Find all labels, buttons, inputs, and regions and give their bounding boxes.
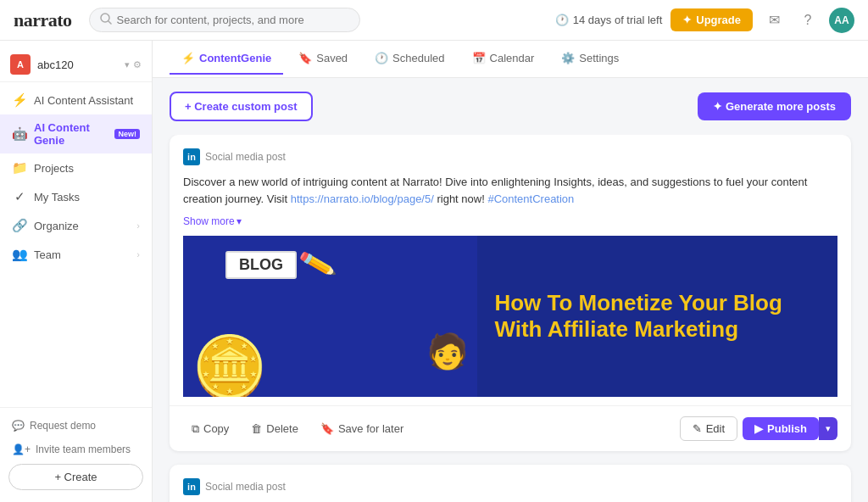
post-link-1[interactable]: https://narrato.io/blog/page/5/ <box>291 192 434 205</box>
blog-label: BLOG <box>225 251 297 279</box>
post-card-2: in Social media post Looking to boost yo… <box>170 465 851 502</box>
content-header: + Create custom post ✦ Generate more pos… <box>153 78 868 135</box>
help-icon: ? <box>804 13 812 28</box>
trash-icon: 🗑 <box>251 422 262 435</box>
tab-content-genie[interactable]: ⚡ ContentGenie <box>170 43 283 75</box>
person-icon: 🧑 <box>426 332 469 371</box>
invite-team-link[interactable]: 👤+ Invite team members <box>8 440 143 459</box>
generate-more-posts-button[interactable]: ✦ Generate more posts <box>698 92 851 120</box>
robot-icon: 🤖 <box>12 126 27 142</box>
invite-icon: 👤+ <box>12 443 31 455</box>
sidebar-item-label: Team <box>34 248 61 261</box>
chevron-down-icon: ▾ <box>125 59 130 70</box>
check-icon: ✓ <box>12 189 27 204</box>
save-for-later-button[interactable]: 🔖 Save for later <box>312 417 412 440</box>
sidebar-item-label: AI Content Assistant <box>34 94 133 107</box>
chevron-right-icon: › <box>136 249 140 259</box>
post-source-1: in Social media post <box>183 148 837 165</box>
copy-button[interactable]: ⧉ Copy <box>183 417 237 441</box>
post-text-1: Discover a new world of intriguing conte… <box>183 174 837 207</box>
image-left-panel: 🪙 BLOG ✏️ 🧑 <box>183 236 477 397</box>
publish-button[interactable]: ▶ Publish <box>743 417 819 440</box>
search-input[interactable] <box>117 14 349 26</box>
sidebar-user[interactable]: A abc120 ▾ ⚙ <box>0 47 152 82</box>
post-platform-label: Social media post <box>205 151 286 163</box>
sidebar-item-label: AI Content Genie <box>34 121 106 147</box>
chevron-down-icon: ▾ <box>236 215 242 227</box>
sidebar-item-my-tasks[interactable]: ✓ My Tasks <box>0 182 152 211</box>
search-icon <box>100 13 112 27</box>
pencil-icon: ✏️ <box>297 243 337 283</box>
copy-icon: ⧉ <box>192 422 199 436</box>
demo-icon: 💬 <box>12 420 25 432</box>
help-button[interactable]: ? <box>795 8 821 33</box>
top-bar: narrato 🕐 14 days of trial left ✦ Upgrad… <box>0 0 868 41</box>
sidebar-item-label: My Tasks <box>34 191 80 204</box>
app-logo: narrato <box>14 9 72 31</box>
linkedin-icon-2: in <box>183 478 200 495</box>
tab-calendar-icon: 📅 <box>472 52 486 64</box>
image-title: How To Monetize Your Blog With Affiliate… <box>494 290 821 343</box>
sidebar-user-avatar: A <box>10 54 31 75</box>
linkedin-icon: in <box>183 148 200 165</box>
image-text-area: How To Monetize Your Blog With Affiliate… <box>477 276 837 356</box>
mail-button[interactable]: ✉ <box>761 8 787 33</box>
bookmark-icon: 🔖 <box>320 422 334 435</box>
sidebar-item-projects[interactable]: 📁 Projects <box>0 153 152 182</box>
show-more-1[interactable]: Show more ▾ <box>183 215 242 227</box>
post-image-1: 🪙 BLOG ✏️ 🧑 How To Monetize Your Blog Wi… <box>183 236 837 397</box>
publish-icon: ▶ <box>754 422 763 435</box>
trial-icon: 🕐 <box>555 14 569 26</box>
tab-scheduled[interactable]: 🕐 Scheduled <box>363 43 456 75</box>
sidebar-user-name: abc120 <box>37 59 118 71</box>
coin-icon: 🪙 <box>192 332 268 397</box>
sidebar-item-organize[interactable]: 🔗 Organize › <box>0 211 152 240</box>
publish-dropdown-button[interactable]: ▾ <box>819 417 837 440</box>
folder-icon: 📁 <box>12 160 27 176</box>
post-card-1: in Social media post Discover a new worl… <box>170 135 851 451</box>
tab-settings-icon: ⚙️ <box>561 52 575 64</box>
organize-icon: 🔗 <box>12 218 27 233</box>
sidebar-user-controls: ▾ ⚙ <box>125 59 142 70</box>
post-card-body-1: in Social media post Discover a new worl… <box>170 135 851 397</box>
trial-info: 🕐 14 days of trial left <box>555 14 663 26</box>
upgrade-icon: ✦ <box>682 14 692 26</box>
tab-scheduled-icon: 🕐 <box>375 52 388 64</box>
tab-genie-icon: ⚡ <box>181 52 195 64</box>
post-hashtag-1: #ContentCreation <box>487 192 574 205</box>
post-source-2: in Social media post <box>183 478 837 495</box>
create-button[interactable]: + Create <box>8 464 143 490</box>
main-area: A abc120 ▾ ⚙ ⚡ AI Content Assistant 🤖 AI… <box>0 41 868 502</box>
edit-button[interactable]: ✎ Edit <box>680 416 737 441</box>
tab-settings[interactable]: ⚙️ Settings <box>549 43 631 75</box>
lightning-icon: ⚡ <box>12 92 27 108</box>
main-content: ⚡ ContentGenie 🔖 Saved 🕐 Scheduled 📅 Cal… <box>153 41 868 502</box>
request-demo-link[interactable]: 💬 Request demo <box>8 416 143 435</box>
tab-saved[interactable]: 🔖 Saved <box>287 43 359 75</box>
top-right-area: 🕐 14 days of trial left ✦ Upgrade ✉ ? AA <box>555 8 854 33</box>
create-custom-post-button[interactable]: + Create custom post <box>170 92 313 121</box>
upgrade-button[interactable]: ✦ Upgrade <box>670 8 753 31</box>
chevron-right-icon: › <box>136 220 140 231</box>
publish-button-group: ▶ Publish ▾ <box>743 417 837 440</box>
team-icon: 👥 <box>12 247 27 262</box>
trial-text: 14 days of trial left <box>573 14 663 26</box>
sidebar-bottom: 💬 Request demo 👤+ Invite team members + … <box>0 407 152 495</box>
sidebar-item-ai-content-assistant[interactable]: ⚡ AI Content Assistant <box>0 86 152 114</box>
post-actions-1: ⧉ Copy 🗑 Delete 🔖 Save for later <box>170 405 851 451</box>
sidebar-item-label: Organize <box>34 220 79 232</box>
settings-icon: ⚙ <box>133 59 142 70</box>
sidebar-item-ai-content-genie[interactable]: 🤖 AI Content Genie New! <box>0 114 152 153</box>
new-badge: New! <box>114 129 140 139</box>
post-platform-label-2: Social media post <box>205 481 286 493</box>
tab-saved-icon: 🔖 <box>298 52 312 64</box>
sidebar: A abc120 ▾ ⚙ ⚡ AI Content Assistant 🤖 AI… <box>0 41 153 502</box>
tab-calendar[interactable]: 📅 Calendar <box>460 43 547 75</box>
sidebar-item-team[interactable]: 👥 Team › <box>0 240 152 269</box>
svg-line-1 <box>108 21 111 24</box>
avatar[interactable]: AA <box>829 8 854 33</box>
caret-down-icon: ▾ <box>826 423 831 433</box>
tabs-bar: ⚡ ContentGenie 🔖 Saved 🕐 Scheduled 📅 Cal… <box>153 41 868 78</box>
delete-button[interactable]: 🗑 Delete <box>242 417 307 440</box>
search-bar[interactable] <box>89 8 360 32</box>
